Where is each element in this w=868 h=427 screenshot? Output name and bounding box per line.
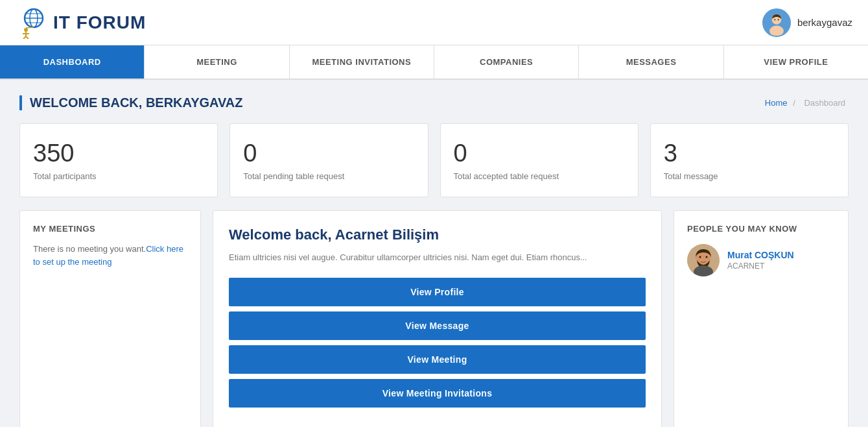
welcome-card-text: Etiam ultricies nisi vel augue. Curabitu… xyxy=(229,251,646,265)
stat-card-pending: 0 Total pending table request xyxy=(229,123,428,197)
view-message-button[interactable]: View Message xyxy=(229,311,646,340)
main-content: WELCOME BACK, BERKAYGAVAZ Home / Dashboa… xyxy=(0,80,868,427)
logo-text: IT FORUM xyxy=(53,12,146,33)
svg-point-19 xyxy=(706,256,708,258)
bottom-row: MY MEETINGS There is no meeting you want… xyxy=(19,210,849,427)
svg-line-10 xyxy=(26,27,34,28)
header: IT FORUM berkaygavaz xyxy=(0,0,868,45)
stat-label-participants: Total participants xyxy=(33,171,204,181)
page-title: WELCOME BACK, BERKAYGAVAZ xyxy=(19,95,243,110)
stat-label-accepted: Total accepted table request xyxy=(454,171,625,181)
svg-line-8 xyxy=(23,36,26,39)
svg-point-13 xyxy=(769,25,784,36)
svg-point-15 xyxy=(778,19,779,20)
nav-meeting-invitations[interactable]: MEETING INVITATIONS xyxy=(290,45,434,79)
breadcrumb: Home / Dashboard xyxy=(765,98,849,108)
people-card: PEOPLE YOU MAY KNOW xyxy=(674,210,849,427)
logo-icon xyxy=(16,6,48,39)
view-profile-button[interactable]: View Profile xyxy=(229,278,646,306)
nav-messages[interactable]: MESSAGES xyxy=(579,45,723,79)
stat-number-pending: 0 xyxy=(243,140,414,167)
user-avatar xyxy=(762,8,791,37)
my-meetings-text: There is no meeting you want.Click here … xyxy=(33,243,187,268)
people-title: PEOPLE YOU MAY KNOW xyxy=(687,224,835,234)
stat-card-message: 3 Total message xyxy=(650,123,849,197)
welcome-card-title: Welcome back, Acarnet Bilişim xyxy=(229,226,646,243)
person-company: ACARNET xyxy=(727,262,794,271)
view-meeting-button[interactable]: View Meeting xyxy=(229,345,646,374)
logo-area: IT FORUM xyxy=(16,6,146,39)
person-avatar xyxy=(687,244,720,276)
stat-number-accepted: 0 xyxy=(454,140,625,167)
stat-card-participants: 350 Total participants xyxy=(19,123,218,197)
welcome-card: Welcome back, Acarnet Bilişim Etiam ultr… xyxy=(213,210,662,427)
stat-card-accepted: 0 Total accepted table request xyxy=(440,123,639,197)
my-meetings-card: MY MEETINGS There is no meeting you want… xyxy=(19,210,201,427)
person-info: Murat COŞKUN ACARNET xyxy=(727,250,794,271)
svg-point-18 xyxy=(699,256,701,258)
view-meeting-invitations-button[interactable]: View Meeting Invitations xyxy=(229,379,646,408)
svg-line-9 xyxy=(26,36,29,39)
person-row: Murat COŞKUN ACARNET xyxy=(687,244,835,276)
breadcrumb-home[interactable]: Home xyxy=(765,98,788,108)
my-meetings-title: MY MEETINGS xyxy=(33,224,187,234)
svg-point-5 xyxy=(24,28,28,32)
svg-point-14 xyxy=(774,19,775,20)
username: berkaygavaz xyxy=(797,17,852,28)
stat-number-participants: 350 xyxy=(33,140,204,167)
main-nav: DASHBOARD MEETING MEETING INVITATIONS CO… xyxy=(0,45,868,80)
nav-companies[interactable]: COMPANIES xyxy=(434,45,579,79)
stat-number-message: 3 xyxy=(664,140,835,167)
nav-view-profile[interactable]: VIEW PROFILE xyxy=(724,45,868,79)
stat-label-message: Total message xyxy=(664,171,835,181)
user-area: berkaygavaz xyxy=(762,8,852,37)
nav-meeting[interactable]: MEETING xyxy=(145,45,289,79)
nav-dashboard[interactable]: DASHBOARD xyxy=(0,45,145,79)
my-meetings-text-before: There is no meeting you want. xyxy=(33,244,146,254)
stats-row: 350 Total participants 0 Total pending t… xyxy=(19,123,849,197)
breadcrumb-separator: / xyxy=(793,98,795,108)
stat-label-pending: Total pending table request xyxy=(243,171,414,181)
person-name[interactable]: Murat COŞKUN xyxy=(727,250,794,260)
breadcrumb-current: Dashboard xyxy=(804,98,845,108)
page-header: WELCOME BACK, BERKAYGAVAZ Home / Dashboa… xyxy=(19,95,849,110)
